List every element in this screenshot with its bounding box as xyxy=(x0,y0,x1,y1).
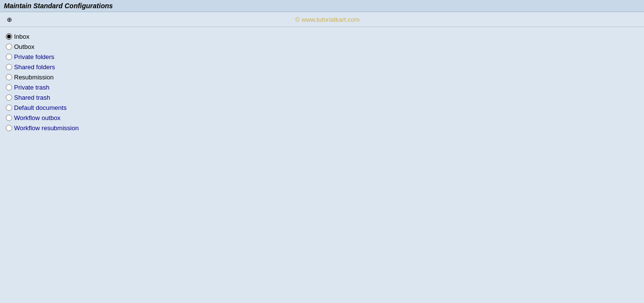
radio-item-opt-default-documents[interactable]: Default documents xyxy=(6,103,638,112)
radio-input-opt-private-trash[interactable] xyxy=(6,84,12,91)
radio-input-opt-inbox[interactable] xyxy=(6,33,12,40)
radio-item-opt-private-trash[interactable]: Private trash xyxy=(6,83,638,92)
title-bar: Maintain Standard Configurations xyxy=(0,0,644,12)
radio-input-opt-default-documents[interactable] xyxy=(6,105,12,111)
radio-label-opt-resubmission[interactable]: Resubmission xyxy=(14,74,54,81)
radio-input-opt-private-folders[interactable] xyxy=(6,54,12,60)
radio-item-opt-inbox[interactable]: Inbox xyxy=(6,32,638,41)
radio-label-opt-workflow-resubmission[interactable]: Workflow resubmission xyxy=(14,124,79,132)
radio-label-opt-shared-folders[interactable]: Shared folders xyxy=(14,63,55,71)
page-title: Maintain Standard Configurations xyxy=(4,2,640,10)
radio-label-opt-inbox[interactable]: Inbox xyxy=(14,33,30,40)
radio-item-opt-shared-folders[interactable]: Shared folders xyxy=(6,62,638,72)
radio-input-opt-resubmission[interactable] xyxy=(6,74,12,80)
radio-label-opt-shared-trash[interactable]: Shared trash xyxy=(14,94,50,101)
radio-input-opt-outbox[interactable] xyxy=(6,44,12,50)
radio-item-opt-workflow-resubmission[interactable]: Workflow resubmission xyxy=(6,123,638,133)
radio-group: InboxOutboxPrivate foldersShared folders… xyxy=(6,32,638,133)
toolbar: ⊕ © www.tutorialkart.com xyxy=(0,12,644,27)
content-area: InboxOutboxPrivate foldersShared folders… xyxy=(0,27,644,137)
radio-item-opt-private-folders[interactable]: Private folders xyxy=(6,52,638,61)
radio-item-opt-workflow-outbox[interactable]: Workflow outbox xyxy=(6,113,638,122)
radio-item-opt-resubmission[interactable]: Resubmission xyxy=(6,73,638,82)
radio-input-opt-workflow-outbox[interactable] xyxy=(6,115,12,121)
radio-label-opt-workflow-outbox[interactable]: Workflow outbox xyxy=(14,114,61,121)
watermark: © www.tutorialkart.com xyxy=(15,16,640,23)
radio-input-opt-shared-trash[interactable] xyxy=(6,94,12,101)
radio-item-opt-outbox[interactable]: Outbox xyxy=(6,42,638,51)
settings-icon[interactable]: ⊕ xyxy=(4,14,15,25)
radio-label-opt-private-folders[interactable]: Private folders xyxy=(14,53,54,61)
radio-input-opt-shared-folders[interactable] xyxy=(6,64,12,70)
radio-label-opt-private-trash[interactable]: Private trash xyxy=(14,84,49,91)
radio-input-opt-workflow-resubmission[interactable] xyxy=(6,125,12,131)
radio-item-opt-shared-trash[interactable]: Shared trash xyxy=(6,93,638,102)
radio-label-opt-outbox[interactable]: Outbox xyxy=(14,43,34,50)
radio-label-opt-default-documents[interactable]: Default documents xyxy=(14,104,66,111)
